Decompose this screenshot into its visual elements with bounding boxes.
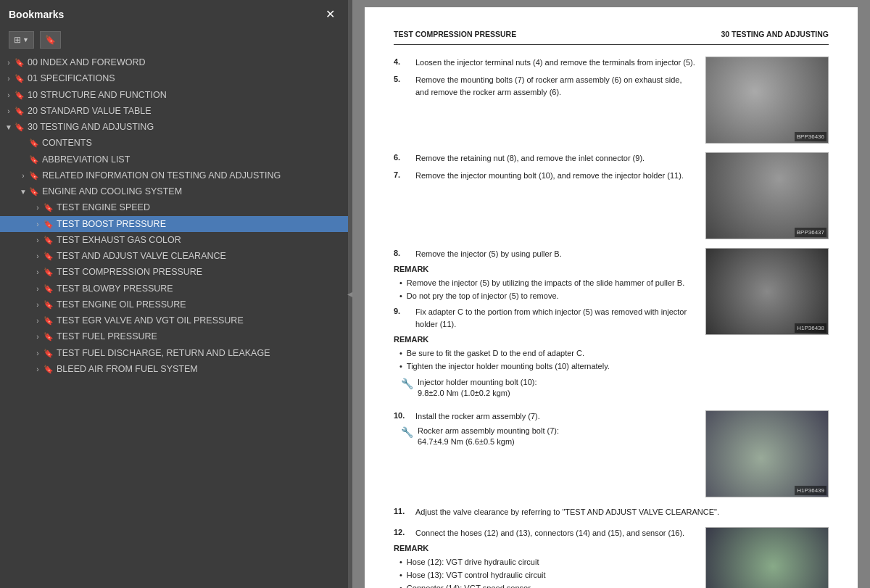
remark-3-text-1: Hose (12): VGT drive hydraulic circuit [407,557,539,568]
step-8-content: 8. Remove the injector (5) by using pull… [394,248,697,402]
bookmark-icon: 🔖 [44,364,55,374]
bookmark-item-b30-boost[interactable]: ›🔖TEST BOOST PRESSURE [0,216,348,232]
step-row-8: 8. Remove the injector (5) by using pull… [394,248,829,402]
bookmarks-close-button[interactable]: ✕ [321,6,339,22]
bookmark-icon: 🔖 [44,315,55,326]
bullet-icon-4: • [399,361,402,372]
bookmark-icon: 🔖 [14,73,26,83]
remark-3-text-2: Hose (13): VGT control hydraulic circuit [407,570,546,581]
bookmark-item-b30-exhaust[interactable]: ›🔖TEST EXHAUST GAS COLOR [0,232,348,248]
torque-2-details: Rocker arm assembly mounting bolt (7): 6… [418,426,559,448]
step-6-num: 6. [394,152,407,163]
step-8-image-label: H1P36438 [795,323,826,333]
remark-2-text-1: Be sure to fit the gasket D to the end o… [407,348,584,359]
step-12: 12. Connect the hoses (12) and (13), con… [394,527,697,539]
bookmark-icon: 🔖 [29,186,41,196]
bookmark-icon: 🔖 [14,90,26,100]
step-9-text: Fix adapter C to the portion from which … [415,306,697,330]
step-6-image-label: BPP36437 [795,228,826,237]
remark-2-text-2: Tighten the injector holder mounting bol… [407,361,610,372]
bookmark-item-label: CONTENTS [42,137,345,149]
bookmark-item-b30-fuel[interactable]: ›🔖TEST FUEL PRESSURE [0,328,348,344]
torque-1: 🔧 Injector holder mounting bolt (10): 9.… [394,377,697,399]
bookmark-item-b30-engine[interactable]: ▼🔖ENGINE AND COOLING SYSTEM [0,183,348,199]
bookmark-tag-button[interactable]: 🔖 [40,31,61,49]
bookmark-item-label: TEST FUEL PRESSURE [57,331,345,342]
bookmark-icon: 🔖 [44,331,55,341]
remark-3-text-3: Connector (14): VGT speed sensor [407,583,531,588]
torque-1-details: Injector holder mounting bolt (10): 9.8±… [418,377,536,399]
step-4-image-label: BPP36436 [795,132,826,141]
bookmark-item-b30-oilpressure[interactable]: ›🔖TEST ENGINE OIL PRESSURE [0,297,348,312]
bookmark-item-b30-blowby[interactable]: ›🔖TEST BLOWBY PRESSURE [0,281,348,297]
bookmark-item-label: TEST FUEL DISCHARGE, RETURN AND LEAKAGE [57,347,345,359]
step-5-num: 5. [394,74,407,85]
remark-2: REMARK • Be sure to fit the gasket D to … [394,334,697,372]
step-11: 11. Adjust the valve clearance by referr… [394,506,829,518]
bookmark-item-b30-egr[interactable]: ›🔖TEST EGR VALVE AND VGT OIL PRESSURE [0,312,348,328]
step-10-image: H1P36439 [705,410,829,497]
bookmark-item-b30-discharge[interactable]: ›🔖TEST FUEL DISCHARGE, RETURN AND LEAKAG… [0,345,348,361]
remark-2-item-1: • Be sure to fit the gasket D to the end… [394,348,697,359]
bookmark-icon: 🔖 [44,235,55,245]
bullet-icon-7: • [399,583,402,588]
bookmarks-toolbar: ⊞ ▼ 🔖 [0,28,348,54]
document-panel[interactable]: TEST COMPRESSION PRESSURE 30 TESTING AND… [352,0,870,588]
step-row-4-5: 4. Loosen the injector terminal nuts (4)… [394,57,829,144]
step-8-num: 8. [394,248,407,259]
expand-arrow-icon: ▼ [17,187,29,196]
remark-1-text-1: Remove the injector (5) by utilizing the… [407,278,684,289]
step-9: 9. Fix adapter C to the portion from whi… [394,306,697,330]
bullet-icon-3: • [399,348,402,359]
bookmark-item-b10[interactable]: ›🔖10 STRUCTURE AND FUNCTION [0,87,348,103]
expand-arrow-icon: › [3,74,14,83]
step-4: 4. Loosen the injector terminal nuts (4)… [394,57,697,69]
expand-arrow-icon: › [32,316,44,326]
bookmark-item-label: 01 SPECIFICATIONS [28,73,345,84]
remark-3-item-2: • Hose (13): VGT control hydraulic circu… [394,570,697,581]
bullet-icon-2: • [399,291,402,302]
bookmark-icon: 🔖 [14,57,26,67]
expand-arrow-icon: ▼ [3,123,14,132]
bookmark-item-b00[interactable]: ›🔖00 INDEX AND FOREWORD [0,54,348,70]
bookmark-icon: 🔖 [29,170,41,181]
bookmark-item-label: TEST AND ADJUST VALVE CLEARANCE [57,250,345,262]
page-header: TEST COMPRESSION PRESSURE 30 TESTING AND… [394,29,829,45]
remark-1-item-2: • Do not pry the top of injector (5) to … [394,291,697,302]
torque-1-label: Injector holder mounting bolt (10): [418,377,536,388]
bookmark-icon: 🔖 [14,122,26,132]
bookmark-icon: 🔖 [29,138,41,148]
bookmark-item-b30-contents[interactable]: 🔖CONTENTS [0,135,348,151]
step-11-text: Adjust the valve clearance by referring … [415,506,829,518]
bookmark-item-b01[interactable]: ›🔖01 SPECIFICATIONS [0,70,348,86]
bookmark-item-b30-compression[interactable]: ›🔖TEST COMPRESSION PRESSURE [0,264,348,280]
bookmark-item-label: 20 STANDARD VALUE TABLE [28,105,345,117]
bookmark-item-b30-bleed[interactable]: ›🔖BLEED AIR FROM FUEL SYSTEM [0,361,348,377]
bookmarks-title: Bookmarks [9,9,64,20]
bookmark-item-label: TEST COMPRESSION PRESSURE [57,266,345,278]
expand-arrow-icon: › [32,203,44,212]
step-7-text: Remove the injector mounting bolt (10), … [415,170,697,182]
expand-arrow-icon: › [32,284,44,294]
bookmark-item-b30[interactable]: ▼🔖30 TESTING AND ADJUSTING [0,119,348,135]
remark-1: REMARK • Remove the injector (5) by util… [394,264,697,302]
step-8-image: H1P36438 [705,248,829,335]
bookmark-item-label: TEST EGR VALVE AND VGT OIL PRESSURE [57,315,345,326]
expand-arrow-icon: › [32,268,44,277]
expand-arrow-icon: › [32,332,44,341]
expand-arrow-icon: › [3,58,14,67]
bookmark-item-b30-related[interactable]: ›🔖RELATED INFORMATION ON TESTING AND ADJ… [0,167,348,183]
bookmark-item-b30-abbrev[interactable]: 🔖ABBREVIATION LIST [0,152,348,167]
bookmark-item-b20[interactable]: ›🔖20 STANDARD VALUE TABLE [0,103,348,119]
bookmark-view-button[interactable]: ⊞ ▼ [9,31,34,49]
bookmark-item-label: TEST ENGINE SPEED [57,202,345,213]
bookmark-item-b30-valve[interactable]: ›🔖TEST AND ADJUST VALVE CLEARANCE [0,248,348,264]
step-4-text: Loosen the injector terminal nuts (4) an… [415,57,697,69]
bookmark-item-b30-speed[interactable]: ›🔖TEST ENGINE SPEED [0,199,348,215]
bookmark-item-label: TEST EXHAUST GAS COLOR [57,234,345,246]
step-6: 6. Remove the retaining nut (8), and rem… [394,152,697,165]
step-7: 7. Remove the injector mounting bolt (10… [394,170,697,182]
chevron-down-icon: ▼ [22,36,29,44]
bookmark-item-label: 00 INDEX AND FOREWORD [28,57,345,68]
torque-wrench-icon-2: 🔧 [401,426,413,440]
